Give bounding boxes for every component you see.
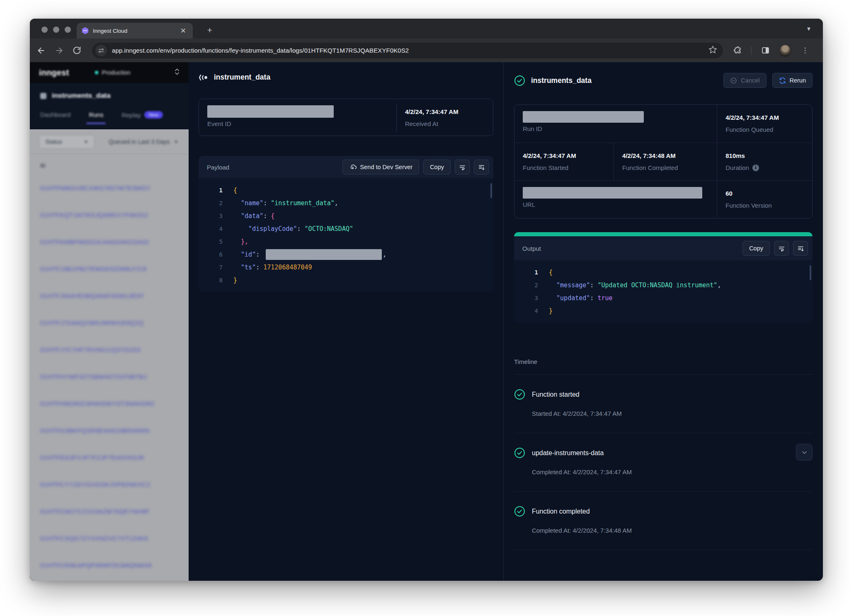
cancel-button[interactable]: Cancel: [723, 73, 766, 88]
close-window-button[interactable]: [41, 27, 48, 33]
expand-step-button[interactable]: [796, 444, 813, 461]
send-to-dev-server-label: Send to Dev Server: [360, 164, 413, 170]
toolbar-separator: [751, 46, 752, 55]
function-version-value: 60: [725, 187, 804, 199]
rerun-button[interactable]: Rerun: [772, 73, 813, 88]
run-id-link[interactable]: 01HTFJ944VE0BQ49AF4DM13E9T: [40, 292, 144, 299]
function-completed-cell: 4/2/24, 7:34:48 AM Function Completed: [614, 143, 717, 180]
code-line: 5 },: [199, 235, 493, 248]
extensions-button[interactable]: [730, 44, 745, 58]
send-to-dev-server-button[interactable]: Send to Dev Server: [342, 160, 420, 175]
time-range-dropdown[interactable]: Queued in Last 3 Days ▼: [109, 138, 178, 145]
run-panel: instruments_data Cancel Rerun: [504, 62, 823, 581]
payload-title: Payload: [207, 164, 338, 171]
tab-runs[interactable]: Runs: [89, 111, 103, 124]
close-tab-icon[interactable]: ✕: [179, 27, 188, 35]
run-id-link[interactable]: 01HTFCYY2GYGVGDKJVP82NKXC2: [40, 481, 150, 488]
run-id-row: 01HTFJ3B1PB27EWGK5Z0M6JYC8: [30, 255, 189, 282]
window-controls[interactable]: [41, 27, 71, 33]
url-cell: URL: [514, 180, 717, 218]
forward-button[interactable]: [52, 44, 66, 58]
run-id-link[interactable]: 01HTFHYWF32TSB9HGT01F5BTBJ: [40, 373, 147, 380]
site-settings-icon[interactable]: [95, 45, 107, 56]
minimize-window-button[interactable]: [53, 27, 59, 33]
timeline-item-title: Function started: [532, 391, 580, 398]
zoom-window-button[interactable]: [65, 27, 71, 33]
run-id-link[interactable]: 01HTFJ7DA6Q238SJWNH1E8Q2Q: [40, 319, 143, 326]
back-arrow-icon: [36, 46, 46, 55]
run-id-row: 01HTFJ7C7HF7RVN011Q3YD2S3: [30, 336, 189, 363]
runs-list-panel: Status ▼ Queued in Last 3 Days ▼ ID 01HT…: [30, 129, 189, 581]
run-id-row: 01HTFCW27CZ2X3AZM75QEYNH8F: [30, 498, 189, 525]
sidebar: inngest Production instruments_data Dash…: [30, 62, 189, 581]
tab-replay-label: Replay: [121, 112, 141, 119]
payload-code-block: 1{2 "name": "instrument_data",3 "data": …: [199, 178, 493, 292]
line-number: 5: [199, 238, 223, 245]
tab-replay[interactable]: Replay New: [121, 111, 163, 124]
run-id-row: 01HTFKMBPMDDZAJ4AG04KD3A02: [30, 228, 189, 255]
run-id-link[interactable]: 01HTFCSQG7ZYVXNZVC7VT1Z4K6: [40, 535, 148, 542]
new-tab-button[interactable]: +: [204, 24, 216, 36]
received-at-cell: 4/2/24, 7:34:47 AM Received At: [397, 99, 467, 136]
cancel-label: Cancel: [741, 77, 759, 84]
bookmark-star-icon[interactable]: [708, 45, 717, 56]
info-icon[interactable]: i: [752, 165, 759, 171]
code-line: 4}: [514, 304, 813, 317]
side-panel-button[interactable]: [758, 44, 772, 58]
word-wrap-button[interactable]: [455, 160, 470, 175]
environment-chevron-icon[interactable]: [175, 68, 180, 77]
payload-copy-button[interactable]: Copy: [423, 160, 451, 175]
status-filter-dropdown[interactable]: Status ▼: [39, 135, 95, 149]
word-wrap-icon: [778, 245, 785, 252]
code-line: 3 "data": {: [199, 209, 493, 222]
timeline-title: Timeline: [514, 358, 813, 365]
code-line: 1{: [199, 184, 493, 196]
tab-search-chevron-icon[interactable]: ▼: [804, 24, 814, 34]
run-id-link[interactable]: 01HTFG3BKPQSR9E4A910BRARRN: [40, 427, 150, 434]
timeline-item-detail: Completed At: 4/2/2024, 7:34:47 AM: [532, 468, 813, 475]
run-id-link[interactable]: 01HTFH9GR0CWNHSWYST3NAVGRC: [40, 400, 155, 407]
back-button[interactable]: [34, 44, 48, 58]
environment-selector[interactable]: Production: [95, 69, 175, 76]
line-number: 2: [199, 200, 223, 206]
run-id-link[interactable]: 01HTFEG3FVJP7FZJP7EA5XN3JR: [40, 454, 144, 461]
expand-lines-button[interactable]: [474, 160, 489, 175]
code-line: 2 "name": "instrument_data",: [199, 196, 493, 209]
time-range-label: Queued in Last 3 Days: [109, 138, 170, 145]
puzzle-icon: [733, 46, 742, 55]
run-id-link[interactable]: 01HTFKMBPMDDZAJ4AG04KD3A02: [40, 238, 149, 245]
address-bar[interactable]: app.inngest.com/env/production/functions…: [92, 43, 723, 58]
inngest-favicon-icon: [82, 27, 89, 34]
output-status-bar: [514, 232, 813, 236]
profile-avatar[interactable]: [779, 44, 791, 57]
output-card: Output Copy 1{2 "messa: [514, 232, 813, 323]
chevron-down-icon: ▼: [84, 139, 88, 144]
browser-tab[interactable]: Inngest Cloud ✕: [77, 23, 193, 39]
expand-lines-button[interactable]: [793, 241, 808, 256]
timeline-item-title: Function completed: [532, 508, 590, 515]
run-id-link[interactable]: 01HTFJ7C7HF7RVN011Q3YD2S3: [40, 346, 141, 353]
redacted-value: [266, 249, 382, 260]
event-header: instrument_data: [199, 73, 493, 82]
new-badge: New: [144, 111, 163, 119]
scrollbar-thumb[interactable]: [810, 265, 811, 280]
browser-menu-button[interactable]: ⋮: [798, 44, 812, 58]
run-id-link[interactable]: 01HTFJ3B1PB27EWGK5Z0M6JYC8: [40, 265, 146, 272]
code-line: 3 "updated": true: [514, 291, 813, 304]
timeline-item-detail: Completed At: 4/2/2024, 7:34:48 AM: [532, 527, 813, 534]
function-queued-value: 4/2/24, 7:34:47 AM: [725, 111, 804, 124]
run-id-link[interactable]: 01HTFN86XV8CXWS7657W7E3WDY: [40, 184, 150, 192]
reload-button[interactable]: [70, 44, 84, 58]
run-id-link[interactable]: 01HTFCR9KAPQP0R6PZK3MQNMX8: [40, 562, 152, 569]
run-header: instruments_data Cancel Rerun: [514, 73, 813, 88]
scrollbar-thumb[interactable]: [490, 183, 492, 198]
run-id-link[interactable]: 01HTFCW27CZ2X3AZM75QEYNH8F: [40, 508, 150, 515]
tab-dashboard[interactable]: Dashboard: [40, 111, 70, 124]
word-wrap-button[interactable]: [774, 241, 789, 256]
url-text[interactable]: app.inngest.com/env/production/functions…: [112, 47, 708, 54]
function-version-cell: 60 Function Version: [717, 180, 812, 218]
output-copy-button[interactable]: Copy: [742, 241, 770, 256]
event-panel: instrument_data Event ID 4/2/24, 7:34:47…: [189, 62, 504, 581]
copy-label: Copy: [749, 245, 763, 252]
run-id-link[interactable]: 01HTFKQT1M7RSJQABEXYF0K0S2: [40, 211, 148, 218]
